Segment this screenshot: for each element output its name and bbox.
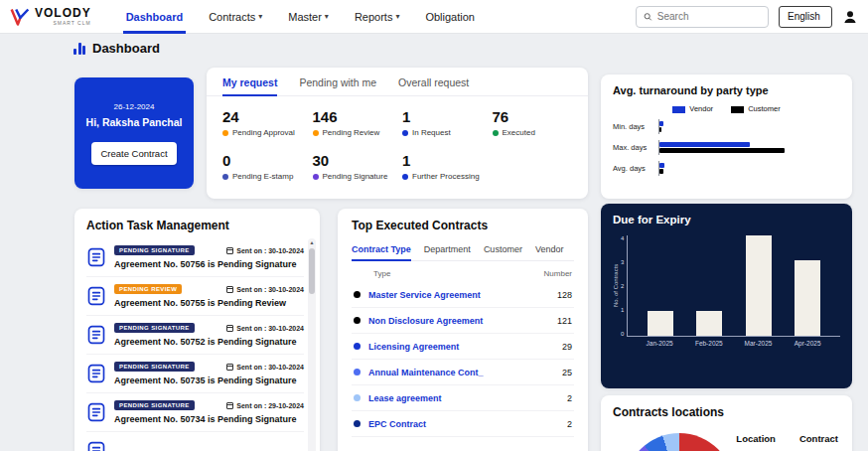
series-dot: [354, 369, 361, 376]
legend-customer: Customer: [731, 104, 781, 113]
locations-title: Contracts locations: [613, 405, 840, 419]
stat-value: 30: [313, 152, 393, 169]
top-navbar: VOLODY SMART CLM Dashboard Contracts▾ Ma…: [0, 0, 868, 34]
task-text: Agreement No. 50755 is Pending Review: [114, 298, 304, 308]
status-badge: PENDING REVIEW: [114, 284, 182, 294]
calendar-icon: [226, 286, 233, 293]
contract-type-link[interactable]: Annual Maintenance Cont_: [368, 368, 484, 377]
column-location: Location: [736, 433, 776, 444]
task-list-item[interactable]: PENDING SIGNATURESent on : 30-10-2024 Ag…: [86, 355, 304, 393]
contract-type-link[interactable]: Licensing Agreement: [368, 342, 459, 352]
y-tick: 0: [621, 331, 624, 337]
search-input[interactable]: [657, 11, 761, 22]
y-axis-ticks: 4 3 2 1 0: [619, 235, 627, 337]
y-tick: 4: [621, 235, 624, 241]
turnaround-title: Avg. turnaround by party type: [613, 84, 840, 96]
y-tick: 1: [621, 307, 624, 313]
turnaround-row-min: Min. days: [613, 119, 840, 134]
tab-overall-request[interactable]: Overall request: [398, 68, 469, 95]
page-title: Dashboard: [92, 42, 160, 55]
y-axis-label: No. of Contracts: [613, 235, 619, 335]
contract-type-link[interactable]: EPC Contract: [368, 419, 426, 429]
sent-date: Sent on : 30-10-2024: [226, 286, 304, 293]
status-dot: [402, 174, 408, 180]
nav-reports[interactable]: Reports▾: [342, 0, 413, 34]
sent-date-text: Sent on : 30-10-2024: [236, 247, 304, 254]
task-list-scrollbar[interactable]: ▲: [308, 238, 316, 451]
volody-dashboard: VOLODY SMART CLM Dashboard Contracts▾ Ma…: [0, 0, 868, 451]
contract-type-link[interactable]: Non Disclosure Agreement: [368, 316, 483, 326]
request-tabs: My request Pending with me Overall reque…: [207, 68, 588, 96]
y-tick: 3: [621, 259, 624, 265]
nav-master-label: Master: [288, 11, 322, 23]
main-nav: Dashboard Contracts▾ Master▾ Reports▾ Ob…: [113, 0, 488, 34]
legend-vendor: Vendor: [672, 104, 713, 113]
task-text: Agreement No. 50734 is Pending Signature: [114, 414, 304, 424]
status-dot: [313, 174, 319, 180]
customer-bar: [659, 148, 785, 153]
dashboard-icon: [73, 43, 85, 55]
stat-value: 1: [402, 108, 483, 125]
status-dot: [222, 130, 228, 136]
expiry-title: Due for Expiry: [613, 214, 840, 226]
document-icon: [86, 325, 106, 345]
scroll-up-icon[interactable]: ▲: [310, 238, 315, 246]
task-list-item-partial[interactable]: [86, 432, 304, 451]
stat-pending-review: 146 Pending Review: [313, 108, 393, 137]
nav-contracts[interactable]: Contracts▾: [196, 0, 275, 34]
tab-vendor[interactable]: Vendor: [535, 240, 564, 260]
task-text: Agreement No. 50735 is Pending Signature: [114, 376, 304, 385]
contract-count: 25: [562, 368, 572, 377]
chevron-down-icon: ▾: [325, 12, 329, 21]
chevron-down-icon: ▾: [258, 12, 262, 21]
nav-obligation-label: Obligation: [425, 11, 475, 23]
search-box[interactable]: [636, 6, 769, 28]
brand-logo[interactable]: VOLODY SMART CLM: [10, 7, 91, 27]
task-list-item[interactable]: PENDING SIGNATURESent on : 30-10-2024 Ag…: [86, 238, 304, 277]
contract-count: 128: [557, 290, 572, 300]
nav-obligation[interactable]: Obligation: [412, 0, 488, 34]
vendor-bar: [659, 142, 750, 147]
x-tick: Mar-2025: [738, 340, 778, 347]
task-list-item[interactable]: PENDING SIGNATURESent on : 29-10-2024 Ag…: [86, 393, 304, 432]
customer-bar: [659, 127, 661, 132]
document-icon: [86, 441, 106, 451]
tab-contract-type[interactable]: Contract Type: [352, 240, 411, 260]
requests-summary-card: My request Pending with me Overall reque…: [207, 68, 588, 199]
tab-customer[interactable]: Customer: [484, 240, 522, 260]
column-contract: Contract: [799, 433, 838, 444]
nav-reports-label: Reports: [355, 11, 393, 23]
contract-count: 29: [562, 342, 572, 352]
nav-master[interactable]: Master▾: [275, 0, 342, 34]
tab-department[interactable]: Department: [424, 240, 471, 260]
scrollbar-thumb[interactable]: [309, 248, 315, 294]
create-contract-button[interactable]: Create Contract: [91, 142, 176, 165]
tab-pending-with-me[interactable]: Pending with me: [299, 68, 376, 95]
tab-my-request[interactable]: My request: [222, 68, 277, 95]
contracts-locations-card: Contracts locations Location Contract: [601, 395, 852, 451]
x-tick: Feb-2025: [689, 340, 729, 347]
stat-label: Pending Review: [323, 128, 380, 137]
table-row: Licensing Agreement 29: [352, 334, 574, 360]
table-row: Annual Maintenance Cont_ 25: [352, 360, 574, 385]
status-dot: [222, 174, 228, 180]
task-text: Agreement No. 50752 is Pending Signature: [114, 337, 304, 347]
status-dot: [313, 130, 319, 136]
stat-label: Pending E-stamp: [232, 172, 293, 181]
contract-count: 2: [567, 419, 572, 429]
task-list-item[interactable]: PENDING REVIEWSent on : 30-10-2024 Agree…: [86, 277, 304, 316]
nav-dashboard[interactable]: Dashboard: [113, 0, 196, 34]
contract-type-link[interactable]: Lease agreement: [368, 393, 442, 403]
sent-date-text: Sent on : 30-10-2024: [236, 286, 304, 293]
stat-value: 1: [402, 152, 483, 169]
contract-type-link[interactable]: Master Service Agreement: [368, 290, 481, 300]
user-avatar-icon[interactable]: [842, 9, 858, 25]
volody-logo-icon: [10, 7, 30, 27]
vendor-bar: [659, 163, 664, 168]
brand-name: VOLODY: [35, 7, 91, 19]
language-selector[interactable]: English: [779, 6, 832, 28]
page-header: Dashboard: [73, 42, 160, 55]
task-list-item[interactable]: PENDING SIGNATURESent on : 30-10-2024 Ag…: [86, 316, 304, 355]
table-row: Non Disclosure Agreement 121: [352, 308, 574, 334]
plot-area: Jan-2025 Feb-2025 Mar-2025 Apr-2025: [627, 235, 840, 347]
